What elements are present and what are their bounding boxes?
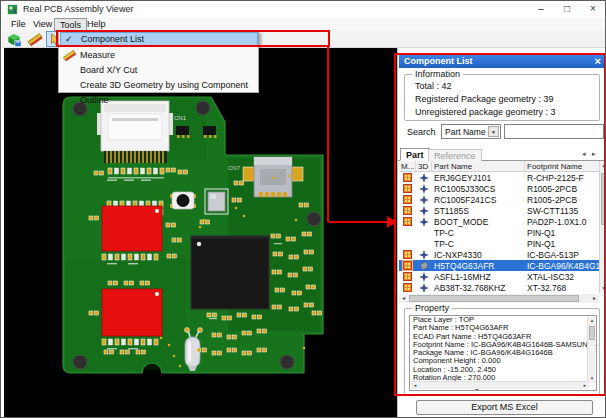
footprint-icon xyxy=(403,195,412,204)
scroll-up-icon[interactable]: ▲ xyxy=(600,161,606,170)
save-3d-cube-icon xyxy=(6,32,22,47)
scroll-down-icon[interactable]: ▼ xyxy=(588,375,596,383)
info-unregistered: Unregistered package geometry : 3 xyxy=(415,107,556,117)
scroll-up-icon[interactable]: ▲ xyxy=(588,317,596,325)
export-ms-excel-button[interactable]: Export MS Excel xyxy=(416,400,593,415)
measure-icon xyxy=(63,49,76,62)
footprint-icon xyxy=(403,250,412,259)
minimize-button[interactable]: – xyxy=(529,1,553,17)
app-window: Real PCB Assembly Viewer – □ × File View… xyxy=(0,0,606,418)
scroll-left-icon[interactable]: ◄ xyxy=(411,382,419,390)
measure-icon xyxy=(27,32,43,47)
cn1-connector[interactable] xyxy=(97,101,173,163)
table-row[interactable]: RC1005F241CS R1005-2PCB xyxy=(399,194,599,205)
footprint-icon xyxy=(403,206,412,215)
table-horizontal-scrollbar[interactable]: ◄ ► xyxy=(399,294,599,303)
scroll-right-icon[interactable]: ► xyxy=(581,382,589,390)
menu-item-create-3d-geometry[interactable]: Create 3D Geometry by using Component Ou… xyxy=(60,78,258,93)
menu-item-measure[interactable]: Measure xyxy=(60,48,258,63)
table-row[interactable]: ST1185S SW-CTT1135 xyxy=(399,205,599,216)
check-icon: ✓ xyxy=(65,33,73,46)
maximize-button[interactable]: □ xyxy=(555,1,579,17)
tab-part[interactable]: Part xyxy=(400,148,430,161)
panel-title: Component List xyxy=(404,56,473,66)
table-row[interactable]: TP-C PIN-Q1 xyxy=(399,238,599,249)
3d-geometry-icon xyxy=(419,272,429,282)
crystal-component[interactable] xyxy=(205,189,228,214)
table-row-selected[interactable]: H5TQ4G63AFR IC-BGA96/K4B4G1646B-SAMSUNG-… xyxy=(399,260,599,271)
red-module-2[interactable] xyxy=(102,289,162,336)
header-footprint[interactable]: Footprint Name xyxy=(525,161,599,172)
scrollbar-thumb[interactable] xyxy=(409,295,579,302)
table-row[interactable]: AB38T-32.768KHZ XT-32.768 xyxy=(399,282,599,293)
menu-item-board-xy-cut[interactable]: Board X/Y Cut xyxy=(60,63,258,78)
measure-tool-button[interactable] xyxy=(26,31,44,47)
3d-geometry-icon xyxy=(419,173,429,183)
window-title: Real PCB Assembly Viewer xyxy=(23,4,133,14)
property-vertical-scrollbar[interactable]: ▲ ▼ xyxy=(587,317,595,383)
header-3d[interactable]: 3D xyxy=(416,161,432,172)
scroll-right-icon[interactable]: ► xyxy=(590,294,599,303)
table-header: M... 3D Part Name Footprint Name xyxy=(399,161,599,172)
header-mounted[interactable]: M... xyxy=(399,161,416,172)
push-button[interactable] xyxy=(170,192,196,209)
property-label: Property xyxy=(412,303,452,313)
3d-geometry-icon xyxy=(419,195,429,205)
table-row[interactable]: IC-NXP4330 IC-BGA-513P xyxy=(399,249,599,260)
component-list-panel: Component List × Information Total : 42 … xyxy=(397,48,606,418)
footprint-icon xyxy=(403,283,412,292)
table-row[interactable]: ASFL1-16MHZ XTAL-ISC32 xyxy=(399,271,599,282)
scroll-left-icon[interactable]: ◄ xyxy=(399,294,408,303)
tab-strip: Part Reference ◂ ▸ xyxy=(398,148,606,161)
app-icon xyxy=(7,4,18,15)
tab-scroll-right-icon[interactable]: ▸ xyxy=(592,150,596,158)
header-part-name[interactable]: Part Name xyxy=(432,161,525,172)
search-field-combobox[interactable]: Part Name ▼ xyxy=(441,124,501,139)
table-row[interactable]: ERJ6GEYJ101 R-CHP-2125-F xyxy=(399,172,599,183)
menu-item-component-list[interactable]: ✓ Component List xyxy=(60,32,258,47)
chevron-down-icon[interactable]: ▼ xyxy=(488,126,499,137)
cn7-label: CN7 xyxy=(228,165,241,171)
table-vertical-scrollbar[interactable]: ▲ ▼ xyxy=(599,161,606,293)
info-registered: Registered Package geometry : 39 xyxy=(415,94,554,104)
menu-file[interactable]: File xyxy=(6,18,31,31)
property-list[interactable]: Place Layer : TOP Part Name : H5TQ4G63AF… xyxy=(409,315,597,391)
cn1-label: CN1 xyxy=(174,115,187,121)
scrollbar-thumb[interactable] xyxy=(601,173,606,225)
menu-bar: File View Tools Help xyxy=(2,18,606,31)
footprint-icon xyxy=(403,217,412,226)
tab-reference[interactable]: Reference xyxy=(428,149,482,161)
3d-prism-icon xyxy=(419,261,429,271)
menu-help[interactable]: Help xyxy=(82,18,111,31)
window-titlebar[interactable]: Real PCB Assembly Viewer – □ × xyxy=(1,1,605,18)
property-horizontal-scrollbar[interactable]: ◄ ► xyxy=(411,381,589,389)
combobox-value: Part Name xyxy=(445,127,486,137)
information-groupbox: Information Total : 42 Registered Packag… xyxy=(404,74,600,121)
panel-titlebar[interactable]: Component List × xyxy=(399,54,606,68)
save-3d-model-button[interactable] xyxy=(5,31,23,47)
tab-scroll-left-icon[interactable]: ◂ xyxy=(582,150,586,158)
search-label: Search xyxy=(407,127,436,137)
table-row[interactable]: BOOT_MODE PAD2P-1.0X1.0 xyxy=(399,216,599,227)
search-input[interactable] xyxy=(504,124,604,139)
3d-geometry-icon xyxy=(419,206,429,216)
3d-geometry-icon xyxy=(419,217,429,227)
3d-geometry-icon xyxy=(419,184,429,194)
scrollbar-thumb[interactable] xyxy=(589,326,595,340)
footprint-icon xyxy=(403,272,412,281)
table-row[interactable]: TP-C PIN-Q1 xyxy=(399,227,599,238)
tools-dropdown-menu: ✓ Component List Measure Board X/Y Cut C… xyxy=(58,31,259,93)
scroll-down-icon[interactable]: ▼ xyxy=(600,284,606,293)
red-module-1[interactable] xyxy=(102,206,162,251)
panel-close-icon[interactable]: × xyxy=(595,54,601,68)
table-row[interactable]: RC1005J330CS R1005-2PCB xyxy=(399,183,599,194)
3d-geometry-icon xyxy=(419,283,429,293)
3d-geometry-icon xyxy=(419,250,429,260)
component-table: ERJ6GEYJ101 R-CHP-2125-F RC1005J330CS R1… xyxy=(399,172,599,293)
main-chip[interactable] xyxy=(191,236,269,309)
footprint-icon xyxy=(403,261,412,270)
menu-view[interactable]: View xyxy=(28,18,57,31)
footprint-icon xyxy=(403,173,412,182)
close-button[interactable]: × xyxy=(581,1,605,17)
information-label: Information xyxy=(412,69,463,79)
